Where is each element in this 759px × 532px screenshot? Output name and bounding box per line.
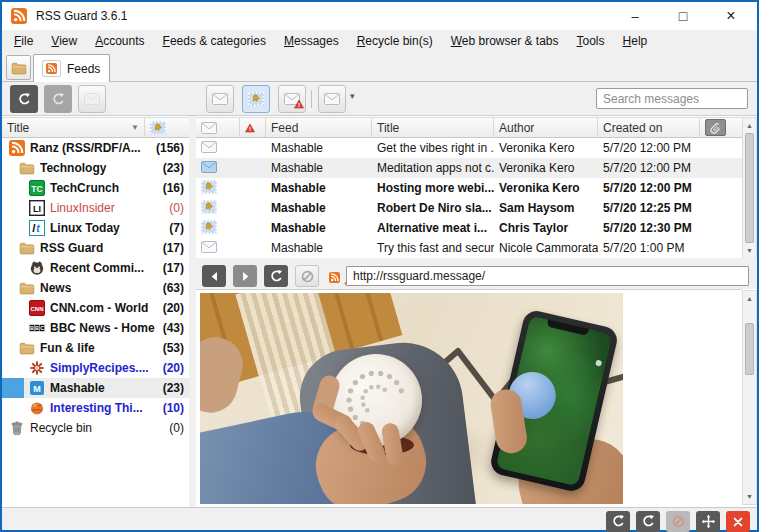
column-title[interactable]: Title [372,118,494,137]
column-title-label: Title [7,121,29,135]
feed-title: Recycle bin [30,421,92,435]
stop-loading-button[interactable] [295,265,319,287]
column-unread-count[interactable] [145,118,189,137]
feed-tree-row-recycle-bin[interactable]: Recycle bin(0) [2,418,189,438]
menu-view[interactable]: View [42,30,86,52]
feed-title: Fun & life [40,341,95,355]
forward-button[interactable] [233,265,257,287]
chevron-down-icon[interactable]: ▾ [350,91,355,101]
stamp-icon [248,91,264,107]
forward-arrow-icon [239,270,252,283]
column-read-status[interactable] [196,118,240,137]
menu-accounts[interactable]: Accounts [86,30,153,52]
folder-icon [19,280,35,296]
mark-important-button[interactable]: ! [278,85,306,113]
open-in-reader-button[interactable]: ▾ [324,267,344,287]
menu-web-browser-tabs[interactable]: Web browser & tabs [442,30,568,52]
column-importance[interactable]: ! [240,118,266,137]
message-row[interactable]: MashableTry this fast and secur...Nicole… [196,238,742,258]
message-feed: Mashable [266,181,372,195]
message-title: Alternative meat i... [372,221,494,235]
feed-tree-row-linux-today[interactable]: ltLinux Today(7) [2,218,189,238]
scroll-up-arrow[interactable]: ▲ [744,292,755,305]
feed-tree-row-news[interactable]: News(63) [2,278,189,298]
menu-messages[interactable]: Messages [275,30,348,52]
attachment-header-button[interactable] [705,119,726,136]
message-author: Nicole Cammorata [494,241,598,255]
search-input[interactable] [596,88,748,109]
unread-count: (20) [163,361,184,375]
feed-title: Ranz (RSS/RDF/A... [30,141,141,155]
statusbar-update-feeds-button[interactable] [606,511,630,532]
scrollbar-thumb[interactable] [745,133,754,243]
tab-feeds[interactable]: Feeds [33,54,110,82]
url-input[interactable] [346,266,749,286]
feeds-list-corner-button[interactable] [6,55,31,80]
scroll-up-arrow[interactable]: ▲ [744,119,755,132]
feed-tree-row-techcrunch[interactable]: TCTechCrunch(16) [2,178,189,198]
message-created: 5/7/20 1:00 PM [598,241,700,255]
feed-tree-row-bbc-news-home[interactable]: BBCBBC News - Home(43) [2,318,189,338]
folder-icon [19,240,35,256]
feed-tree-row-cnn-com-world[interactable]: CNNCNN.com - World(20) [2,298,189,318]
refresh-icon [611,514,626,529]
warning-icon: ! [245,123,255,133]
message-created: 5/7/20 12:30 PM [598,221,700,235]
feed-tree-row-simplyrecipes[interactable]: SimplyRecipes....(20) [2,358,189,378]
message-row[interactable]: MashableAlternative meat i...Chris Taylo… [196,218,742,238]
stop-update-button[interactable] [44,85,72,113]
message-preview-pane [196,289,742,507]
column-title[interactable]: Title ▼ [2,118,145,137]
menu-help[interactable]: Help [614,30,657,52]
menu-recycle-bin-s[interactable]: Recycle bin(s) [348,30,442,52]
svg-text:M: M [33,384,41,394]
scroll-down-arrow[interactable]: ▼ [744,490,755,503]
message-author: Veronika Kero [494,161,598,175]
column-attachment[interactable] [700,118,742,137]
menu-tools[interactable]: Tools [568,30,614,52]
column-created-on[interactable]: Created on [598,118,700,137]
preview-scrollbar[interactable]: ▲ ▼ [742,290,757,505]
mark-all-read-button[interactable] [78,85,106,113]
close-button[interactable]: × [707,2,755,30]
maximize-button[interactable]: □ [659,2,707,30]
statusbar-stop-button[interactable] [666,511,690,532]
message-row[interactable]: MashableHosting more webi...Veronika Ker… [196,178,742,198]
scroll-down-arrow[interactable]: ▼ [744,244,755,257]
feed-tree-row-ranz-rss-rdf-a[interactable]: Ranz (RSS/RDF/A...(156) [2,138,189,158]
bbc-icon: BBC [29,320,45,336]
back-button[interactable] [202,265,226,287]
reload-button[interactable] [264,265,288,287]
mark-message-read-button[interactable] [206,85,234,113]
window-controls: – □ × [611,2,755,30]
vertical-splitter[interactable] [189,116,196,507]
update-all-feeds-button[interactable] [10,85,38,113]
minimize-button[interactable]: – [611,2,659,30]
feed-tree-row-rss-guard[interactable]: RSS Guard(17) [2,238,189,258]
menu-file[interactable]: File [5,30,42,52]
message-actions-button[interactable] [318,85,346,113]
techcrunch-icon: TC [29,180,45,196]
column-feed[interactable]: Feed [266,118,372,137]
message-row[interactable]: MashableMeditation apps not c...Veronika… [196,158,742,178]
message-list-scrollbar[interactable]: ▲ ▼ [742,117,757,259]
statusbar-refresh-button[interactable] [636,511,660,532]
message-row[interactable]: MashableGet the vibes right in ...Veroni… [196,138,742,158]
feed-tree-row-linuxinsider[interactable]: LILinuxInsider(0) [2,198,189,218]
scrollbar-thumb[interactable] [745,323,754,375]
statusbar-close-button[interactable] [726,511,750,532]
svg-text:LI: LI [33,204,41,214]
window-title: RSS Guard 3.6.1 [36,9,127,23]
feed-tree-row-fun-life[interactable]: Fun & life(53) [2,338,189,358]
unread-count: (23) [163,161,184,175]
column-author[interactable]: Author [494,118,598,137]
menu-feeds-categories[interactable]: Feeds & categories [154,30,275,52]
feed-tree-row-interesting-thi[interactable]: Interesting Thi...(10) [2,398,189,418]
show-unread-messages-toggle[interactable] [242,85,270,113]
statusbar-move-button[interactable] [696,511,720,532]
message-row[interactable]: MashableRobert De Niro sla...Sam Haysom5… [196,198,742,218]
feed-tree-row-mashable[interactable]: MMashable(23) [2,378,189,398]
feed-tree-row-technology[interactable]: Technology(23) [2,158,189,178]
unread-count: (63) [163,281,184,295]
feed-tree-row-recent-commi[interactable]: Recent Commi...(17) [2,258,189,278]
